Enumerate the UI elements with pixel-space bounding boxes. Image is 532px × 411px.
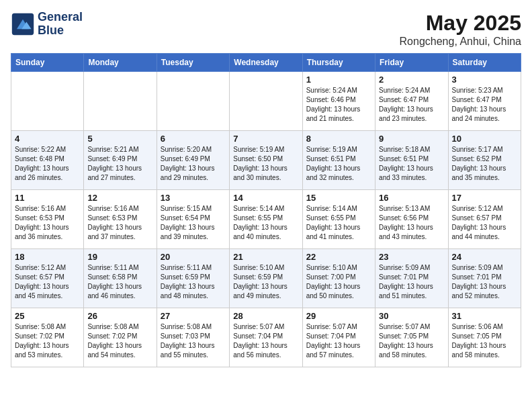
calendar-cell: 7Sunrise: 5:19 AM Sunset: 6:50 PM Daylig…	[230, 131, 302, 190]
day-number: 3	[452, 75, 517, 85]
day-number: 26	[87, 311, 152, 321]
day-info: Sunrise: 5:23 AM Sunset: 6:47 PM Dayligh…	[452, 86, 517, 124]
day-number: 12	[87, 193, 152, 203]
day-info: Sunrise: 5:18 AM Sunset: 6:51 PM Dayligh…	[379, 145, 444, 183]
day-info: Sunrise: 5:17 AM Sunset: 6:52 PM Dayligh…	[452, 145, 517, 183]
calendar-cell: 27Sunrise: 5:08 AM Sunset: 7:03 PM Dayli…	[157, 308, 229, 367]
day-info: Sunrise: 5:12 AM Sunset: 6:57 PM Dayligh…	[452, 204, 517, 242]
day-info: Sunrise: 5:07 AM Sunset: 7:05 PM Dayligh…	[379, 322, 444, 360]
day-number: 18	[15, 252, 80, 262]
day-number: 5	[87, 134, 152, 144]
logo-line2: Blue	[38, 24, 83, 38]
day-info: Sunrise: 5:14 AM Sunset: 6:55 PM Dayligh…	[306, 204, 371, 242]
day-info: Sunrise: 5:14 AM Sunset: 6:55 PM Dayligh…	[233, 204, 298, 242]
day-number: 30	[379, 311, 444, 321]
day-info: Sunrise: 5:16 AM Sunset: 6:53 PM Dayligh…	[87, 204, 152, 242]
calendar-cell: 30Sunrise: 5:07 AM Sunset: 7:05 PM Dayli…	[375, 308, 448, 367]
day-info: Sunrise: 5:24 AM Sunset: 6:46 PM Dayligh…	[306, 86, 371, 124]
page-header: General Blue May 2025 Rongcheng, Anhui, …	[11, 11, 521, 48]
day-number: 11	[15, 193, 80, 203]
day-info: Sunrise: 5:10 AM Sunset: 6:59 PM Dayligh…	[233, 263, 298, 301]
calendar-cell: 12Sunrise: 5:16 AM Sunset: 6:53 PM Dayli…	[84, 190, 157, 249]
day-number: 23	[379, 252, 444, 262]
calendar-cell: 28Sunrise: 5:07 AM Sunset: 7:04 PM Dayli…	[230, 308, 302, 367]
calendar-cell: 13Sunrise: 5:15 AM Sunset: 6:54 PM Dayli…	[157, 190, 229, 249]
calendar-table: SundayMondayTuesdayWednesdayThursdayFrid…	[11, 53, 521, 367]
day-info: Sunrise: 5:07 AM Sunset: 7:04 PM Dayligh…	[306, 322, 371, 360]
day-number: 1	[306, 75, 371, 85]
day-info: Sunrise: 5:21 AM Sunset: 6:49 PM Dayligh…	[87, 145, 152, 183]
calendar-cell: 25Sunrise: 5:08 AM Sunset: 7:02 PM Dayli…	[11, 308, 84, 367]
day-info: Sunrise: 5:09 AM Sunset: 7:01 PM Dayligh…	[452, 263, 517, 301]
calendar-cell: 16Sunrise: 5:13 AM Sunset: 6:56 PM Dayli…	[375, 190, 448, 249]
calendar-cell: 26Sunrise: 5:08 AM Sunset: 7:02 PM Dayli…	[84, 308, 157, 367]
calendar-cell: 17Sunrise: 5:12 AM Sunset: 6:57 PM Dayli…	[448, 190, 521, 249]
day-number: 19	[87, 252, 152, 262]
calendar-cell: 18Sunrise: 5:12 AM Sunset: 6:57 PM Dayli…	[11, 249, 84, 308]
weekday-header-monday: Monday	[84, 54, 157, 72]
title-area: May 2025 Rongcheng, Anhui, China	[400, 11, 521, 48]
day-info: Sunrise: 5:16 AM Sunset: 6:53 PM Dayligh…	[15, 204, 80, 242]
calendar-cell: 9Sunrise: 5:18 AM Sunset: 6:51 PM Daylig…	[375, 131, 448, 190]
weekday-header-wednesday: Wednesday	[230, 54, 302, 72]
day-number: 6	[161, 134, 226, 144]
logo: General Blue	[11, 11, 83, 38]
day-number: 2	[379, 75, 444, 85]
day-number: 13	[161, 193, 226, 203]
calendar-cell	[84, 72, 157, 131]
day-info: Sunrise: 5:09 AM Sunset: 7:01 PM Dayligh…	[379, 263, 444, 301]
week-row-2: 4Sunrise: 5:22 AM Sunset: 6:48 PM Daylig…	[11, 131, 521, 190]
day-number: 4	[15, 134, 80, 144]
logo-line1: General	[38, 11, 83, 24]
day-info: Sunrise: 5:10 AM Sunset: 7:00 PM Dayligh…	[306, 263, 371, 301]
calendar-cell: 22Sunrise: 5:10 AM Sunset: 7:00 PM Dayli…	[302, 249, 375, 308]
day-number: 21	[233, 252, 298, 262]
day-number: 10	[452, 134, 517, 144]
calendar-cell: 8Sunrise: 5:19 AM Sunset: 6:51 PM Daylig…	[302, 131, 375, 190]
day-info: Sunrise: 5:08 AM Sunset: 7:02 PM Dayligh…	[15, 322, 80, 360]
day-info: Sunrise: 5:12 AM Sunset: 6:57 PM Dayligh…	[15, 263, 80, 301]
day-info: Sunrise: 5:22 AM Sunset: 6:48 PM Dayligh…	[15, 145, 80, 183]
day-number: 28	[233, 311, 298, 321]
calendar-cell: 21Sunrise: 5:10 AM Sunset: 6:59 PM Dayli…	[230, 249, 302, 308]
day-number: 29	[306, 311, 371, 321]
day-info: Sunrise: 5:13 AM Sunset: 6:56 PM Dayligh…	[379, 204, 444, 242]
day-number: 16	[379, 193, 444, 203]
weekday-header-saturday: Saturday	[448, 54, 521, 72]
weekday-header-sunday: Sunday	[11, 54, 84, 72]
day-info: Sunrise: 5:11 AM Sunset: 6:58 PM Dayligh…	[87, 263, 152, 301]
day-number: 7	[233, 134, 298, 144]
calendar-cell: 4Sunrise: 5:22 AM Sunset: 6:48 PM Daylig…	[11, 131, 84, 190]
day-info: Sunrise: 5:07 AM Sunset: 7:04 PM Dayligh…	[233, 322, 298, 360]
day-number: 24	[452, 252, 517, 262]
weekday-header-tuesday: Tuesday	[157, 54, 229, 72]
day-info: Sunrise: 5:06 AM Sunset: 7:05 PM Dayligh…	[452, 322, 517, 360]
day-number: 8	[306, 134, 371, 144]
day-info: Sunrise: 5:20 AM Sunset: 6:49 PM Dayligh…	[161, 145, 226, 183]
calendar-cell	[11, 72, 84, 131]
day-number: 31	[452, 311, 517, 321]
calendar-cell: 3Sunrise: 5:23 AM Sunset: 6:47 PM Daylig…	[448, 72, 521, 131]
day-number: 20	[161, 252, 226, 262]
calendar-cell: 2Sunrise: 5:24 AM Sunset: 6:47 PM Daylig…	[375, 72, 448, 131]
calendar-cell: 19Sunrise: 5:11 AM Sunset: 6:58 PM Dayli…	[84, 249, 157, 308]
day-info: Sunrise: 5:08 AM Sunset: 7:03 PM Dayligh…	[161, 322, 226, 360]
day-number: 14	[233, 193, 298, 203]
day-number: 15	[306, 193, 371, 203]
weekday-header-row: SundayMondayTuesdayWednesdayThursdayFrid…	[11, 54, 521, 72]
day-info: Sunrise: 5:08 AM Sunset: 7:02 PM Dayligh…	[87, 322, 152, 360]
calendar-cell: 14Sunrise: 5:14 AM Sunset: 6:55 PM Dayli…	[230, 190, 302, 249]
logo-icon	[11, 12, 35, 36]
day-number: 17	[452, 193, 517, 203]
calendar-cell: 20Sunrise: 5:11 AM Sunset: 6:59 PM Dayli…	[157, 249, 229, 308]
calendar-cell: 6Sunrise: 5:20 AM Sunset: 6:49 PM Daylig…	[157, 131, 229, 190]
day-number: 27	[161, 311, 226, 321]
week-row-1: 1Sunrise: 5:24 AM Sunset: 6:46 PM Daylig…	[11, 72, 521, 131]
calendar-cell: 31Sunrise: 5:06 AM Sunset: 7:05 PM Dayli…	[448, 308, 521, 367]
week-row-4: 18Sunrise: 5:12 AM Sunset: 6:57 PM Dayli…	[11, 249, 521, 308]
day-info: Sunrise: 5:11 AM Sunset: 6:59 PM Dayligh…	[161, 263, 226, 301]
calendar-cell	[230, 72, 302, 131]
day-info: Sunrise: 5:19 AM Sunset: 6:51 PM Dayligh…	[306, 145, 371, 183]
day-number: 9	[379, 134, 444, 144]
calendar-cell: 29Sunrise: 5:07 AM Sunset: 7:04 PM Dayli…	[302, 308, 375, 367]
